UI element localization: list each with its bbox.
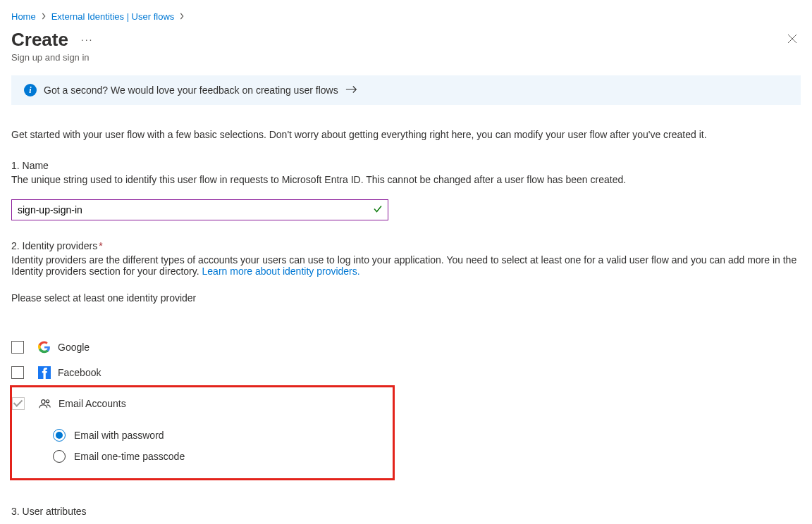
radio-email-password[interactable]: Email with password [53,425,213,446]
provider-facebook-label: Facebook [58,367,101,378]
checkbox-google[interactable] [11,341,24,354]
google-icon [38,341,51,354]
provider-email: Email Accounts [12,394,213,416]
section-idp-label: 2. Identity providers* [11,240,798,251]
learn-more-link[interactable]: Learn more about identity providers. [202,266,360,277]
svg-point-2 [47,400,49,403]
facebook-icon [38,366,51,379]
intro-text: Get started with your user flow with a f… [11,129,798,140]
radio-email-otp-label: Email one-time passcode [74,451,185,462]
radio-icon [53,429,66,442]
feedback-text: Got a second? We would love your feedbac… [44,85,338,96]
more-menu-button[interactable]: ··· [81,34,94,45]
section-userattrs-label: 3. User attributes [11,506,798,517]
radio-icon [53,450,66,463]
section-name-label: 1. Name [11,160,798,171]
section-idp-desc: Identity providers are the different typ… [11,254,798,277]
breadcrumb-external-identities[interactable]: External Identities | User flows [51,11,175,22]
name-input[interactable] [11,199,388,220]
feedback-banner[interactable]: i Got a second? We would love your feedb… [11,75,801,105]
section-idp-please: Please select at least one identity prov… [11,292,798,304]
section-name-desc: The unique string used to identify this … [11,174,798,185]
provider-google-label: Google [58,342,90,353]
close-icon [787,36,798,46]
info-icon: i [24,84,37,96]
radio-email-password-label: Email with password [74,430,164,441]
chevron-right-icon [40,11,47,22]
chevron-right-icon [178,11,185,22]
required-asterisk: * [99,240,102,251]
checkbox-email[interactable] [12,397,25,410]
radio-email-otp[interactable]: Email one-time passcode [53,446,213,467]
provider-facebook: Facebook [11,360,798,385]
checkmark-icon [373,204,383,216]
provider-email-label: Email Accounts [59,398,126,409]
page-title: Create [11,29,68,51]
checkbox-facebook[interactable] [11,366,24,379]
close-button[interactable] [784,30,801,49]
email-highlight-box: Email Accounts Email with password Email… [10,385,395,480]
people-icon [39,397,51,410]
arrow-right-icon [345,85,358,96]
breadcrumb: Home External Identities | User flows [11,11,812,22]
svg-point-1 [42,400,45,404]
breadcrumb-home[interactable]: Home [11,11,36,22]
page-subtitle: Sign up and sign in [11,52,94,63]
provider-google: Google [11,335,798,360]
